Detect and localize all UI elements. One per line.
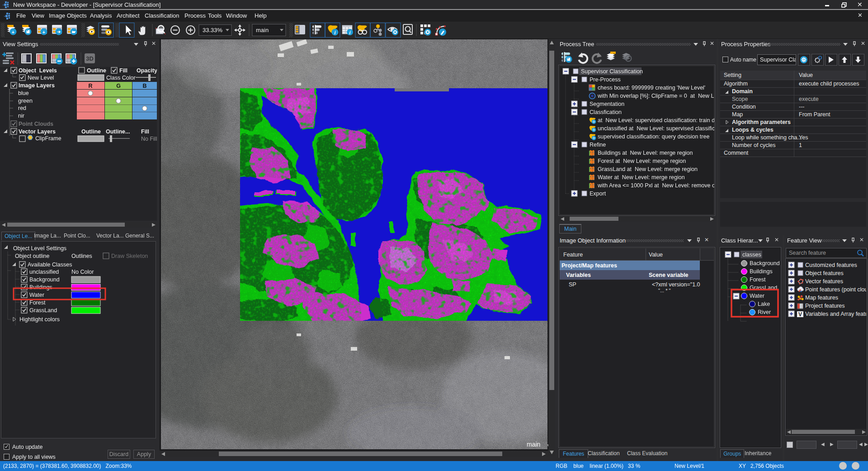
svg-text:Algorithm: Algorithm	[724, 81, 748, 87]
svg-text:Water at New Level: merge reg: Water at New Level: merge region	[598, 174, 685, 181]
svg-text:Forest: Forest	[29, 300, 46, 306]
svg-text:Map: Map	[732, 111, 743, 118]
svg-text:<?xml version="1.0: <?xml version="1.0	[652, 281, 700, 288]
svg-text:Variables and Array feature: Variables and Array feature	[805, 311, 866, 317]
svg-text:Vector features: Vector features	[805, 278, 843, 285]
svg-text:main: main	[256, 27, 269, 33]
svg-text:1: 1	[799, 142, 802, 148]
svg-text:3D: 3D	[86, 55, 94, 62]
svg-text:+: +	[802, 57, 805, 62]
svg-text:Outline: Outline	[81, 128, 101, 135]
svg-text:nir: nir	[18, 113, 24, 119]
svg-text:R: R	[88, 83, 92, 89]
svg-text:+: +	[12, 29, 14, 35]
svg-text:GrassLand: GrassLand	[29, 307, 57, 314]
svg-text:unclassified at New Level: su: unclassified at New Level: supervised cl…	[598, 125, 714, 132]
svg-text:Fill: Fill	[119, 67, 127, 74]
svg-text:Classfication: Classfication	[590, 109, 622, 115]
svg-text:green: green	[18, 98, 33, 104]
svg-text:Value: Value	[799, 72, 813, 78]
svg-text:Background: Background	[750, 260, 780, 266]
svg-text:Supervisor Classification: Supervisor Classification	[581, 68, 643, 75]
svg-text:Buildings: Buildings	[750, 268, 773, 275]
svg-text:No Color: No Color	[71, 269, 94, 275]
svg-text:Object Level Settings: Object Level Settings	[13, 245, 66, 252]
svg-text:Number of cycles: Number of cycles	[732, 142, 776, 148]
svg-text:blue: blue	[18, 90, 29, 96]
svg-text:Point Clouds: Point Clouds	[19, 121, 53, 127]
svg-text:Map features: Map features	[805, 295, 838, 301]
svg-text:Background: Background	[29, 276, 60, 283]
svg-text:Loop while something cha...: Loop while something cha...	[732, 134, 802, 141]
svg-text:Available Classes: Available Classes	[28, 262, 72, 268]
svg-text:Loops & cycles: Loops & cycles	[732, 127, 774, 133]
svg-text:Object features: Object features	[805, 270, 844, 276]
svg-text:Comment: Comment	[724, 150, 749, 156]
svg-text:Outline...: Outline...	[106, 128, 130, 135]
svg-text:red: red	[18, 105, 26, 111]
svg-text:V: V	[798, 311, 802, 318]
svg-text:Project/Map features: Project/Map features	[561, 262, 617, 269]
svg-text:Segmentation: Segmentation	[590, 101, 624, 107]
svg-text:G: G	[116, 83, 121, 89]
svg-text:Refine: Refine	[590, 142, 606, 148]
svg-text:ClipFrame: ClipFrame	[35, 135, 61, 142]
svg-text:supervised classification: que: supervised classification: query decisio…	[598, 133, 709, 140]
svg-text:Fill: Fill	[141, 128, 149, 135]
svg-text:Forest at New Level: merge re: Forest at New Level: merge region	[598, 158, 686, 164]
svg-text:Setting: Setting	[724, 72, 741, 78]
svg-text:Outlines: Outlines	[71, 253, 92, 259]
svg-text:Project features: Project features	[805, 303, 845, 309]
svg-text:Buildings at New Level: merge: Buildings at New Level: merge region	[598, 150, 693, 156]
svg-text:Point features (point clou: Point features (point clou	[805, 286, 866, 293]
svg-text:+: +	[42, 29, 45, 35]
svg-text:Feature: Feature	[563, 252, 583, 258]
svg-text:Water: Water	[750, 293, 764, 299]
svg-text:Image Layers: Image Layers	[19, 82, 55, 89]
svg-text:with Min overlap [%]: ClipFram: with Min overlap [%]: ClipFrame = 0 at N…	[597, 93, 714, 99]
svg-text:Vector Layers: Vector Layers	[19, 128, 56, 135]
svg-text:Outline: Outline	[87, 67, 106, 74]
svg-text:Buildings: Buildings	[29, 284, 52, 290]
svg-text:Domain: Domain	[732, 88, 753, 95]
svg-text:Yes: Yes	[799, 134, 808, 141]
svg-text:Draw Skeleton: Draw Skeleton	[111, 253, 148, 259]
svg-text:Scope: Scope	[732, 96, 748, 102]
svg-text:Water: Water	[29, 292, 44, 298]
svg-text:New Level: New Level	[28, 75, 54, 81]
svg-text:SP: SP	[569, 281, 576, 288]
svg-text:Object Levels: Object Levels	[19, 67, 57, 74]
svg-text:Forest: Forest	[750, 276, 766, 283]
svg-text:Scene variable: Scene variable	[649, 272, 689, 278]
svg-text:at New Level: supervised clas: at New Level: supervised classification:…	[598, 117, 714, 124]
svg-text:Object outline: Object outline	[15, 253, 49, 259]
svg-text:Variables: Variables	[566, 272, 591, 278]
svg-text:"... * ": "... * "	[658, 288, 670, 293]
svg-text:Hightlight colors: Hightlight colors	[19, 316, 60, 323]
svg-text:No Fill: No Fill	[141, 136, 157, 142]
svg-text:Opacity: Opacity	[137, 67, 157, 74]
svg-text:River: River	[758, 309, 771, 315]
svg-text:B: B	[142, 83, 146, 89]
svg-text:Lake: Lake	[758, 301, 770, 307]
svg-text:GrassLand at New Level: merge: GrassLand at New Level: merge region	[598, 166, 698, 172]
svg-text:33.33%: 33.33%	[203, 27, 223, 33]
svg-text:---: ---	[799, 104, 805, 110]
svg-text:Condition: Condition	[732, 104, 756, 110]
svg-text:Pre-Process: Pre-Process	[590, 76, 621, 83]
svg-text:chess board: 9999999 creating: chess board: 9999999 creating 'New Level…	[598, 85, 705, 91]
svg-text:Algorithm parameters: Algorithm parameters	[732, 119, 791, 125]
svg-text:From Parent: From Parent	[799, 111, 830, 118]
svg-text:Customized features: Customized features	[805, 262, 857, 268]
svg-text:Value: Value	[649, 252, 663, 258]
svg-text:Class Color: Class Color	[106, 75, 136, 81]
svg-text:Export: Export	[590, 190, 606, 197]
svg-text:execute child processes: execute child processes	[799, 81, 859, 87]
svg-text:with Area <= 1000 Pxl at New: with Area <= 1000 Pxl at New Level: remo…	[597, 182, 714, 189]
svg-text:unclassified: unclassified	[29, 269, 59, 275]
svg-text:execute: execute	[799, 96, 819, 102]
